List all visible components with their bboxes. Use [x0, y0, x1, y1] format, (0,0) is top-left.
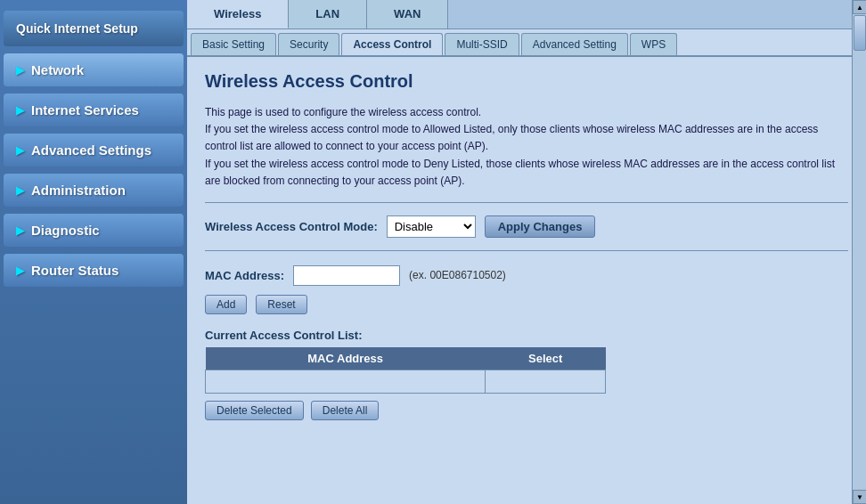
delete-all-button[interactable]: Delete All	[311, 401, 380, 420]
sidebar-item-label: Administration	[31, 183, 126, 198]
sidebar: Quick Internet Setup ▶ Network ▶ Interne…	[0, 0, 187, 504]
tab-wan[interactable]: WAN	[367, 0, 448, 28]
mac-hint: (ex. 00E086710502)	[409, 269, 506, 281]
scroll-down-arrow[interactable]: ▼	[853, 490, 866, 504]
control-mode-label: Wireless Access Control Mode:	[205, 220, 378, 233]
page-title: Wireless Access Control	[205, 71, 848, 92]
tab-advanced-setting[interactable]: Advanced Setting	[521, 33, 628, 55]
main-content: Wireless LAN WAN Basic Setting Security …	[187, 0, 866, 504]
reset-button[interactable]: Reset	[256, 295, 306, 314]
delete-selected-button[interactable]: Delete Selected	[205, 401, 304, 420]
sidebar-item-administration[interactable]: ▶ Administration	[4, 174, 184, 207]
divider-1	[205, 202, 848, 203]
tab-multi-ssid[interactable]: Multi-SSID	[445, 33, 519, 55]
tab-security[interactable]: Security	[278, 33, 339, 55]
sidebar-item-internet-services[interactable]: ▶ Internet Services	[4, 93, 184, 126]
arrow-icon: ▶	[16, 264, 24, 277]
divider-2	[205, 250, 848, 251]
table-empty-row	[206, 370, 606, 393]
control-mode-select[interactable]: Disable Allow Listed Deny Listed	[387, 215, 476, 238]
access-list-section: Current Access Control List: MAC Address…	[205, 329, 848, 420]
sidebar-item-quick-internet-setup[interactable]: Quick Internet Setup	[4, 11, 184, 46]
mac-address-label: MAC Address:	[205, 269, 284, 282]
sidebar-item-label: Router Status	[31, 263, 118, 278]
tab-wps[interactable]: WPS	[630, 33, 677, 55]
tab-access-control[interactable]: Access Control	[341, 33, 443, 55]
arrow-icon: ▶	[16, 184, 24, 197]
scrollbar-track[interactable]: ▲ ▼	[852, 0, 866, 504]
tab-wireless[interactable]: Wireless	[187, 0, 289, 28]
sidebar-item-label: Internet Services	[31, 102, 139, 118]
sidebar-item-label: Advanced Settings	[31, 142, 151, 158]
access-list-title: Current Access Control List:	[205, 329, 848, 342]
sidebar-item-label: Diagnostic	[31, 223, 100, 238]
apply-changes-button[interactable]: Apply Changes	[485, 215, 596, 238]
sidebar-item-advanced-settings[interactable]: ▶ Advanced Settings	[4, 134, 184, 167]
page-description: This page is used to configure the wirel…	[205, 104, 848, 190]
sub-tabs: Basic Setting Security Access Control Mu…	[187, 29, 866, 57]
mac-input-row: MAC Address: (ex. 00E086710502)	[205, 265, 848, 286]
arrow-icon: ▶	[16, 64, 24, 77]
sidebar-item-diagnostic[interactable]: ▶ Diagnostic	[4, 214, 184, 247]
table-header-mac: MAC Address	[206, 347, 486, 370]
tab-lan[interactable]: LAN	[289, 0, 367, 28]
mac-address-input[interactable]	[293, 265, 400, 286]
sidebar-item-network[interactable]: ▶ Network	[4, 53, 184, 86]
arrow-icon: ▶	[16, 224, 24, 237]
mac-section: MAC Address: (ex. 00E086710502) Add Rese…	[205, 265, 848, 314]
table-header-select: Select	[486, 347, 606, 370]
sidebar-item-router-status[interactable]: ▶ Router Status	[4, 254, 184, 287]
delete-buttons-row: Delete Selected Delete All	[205, 401, 848, 420]
control-mode-row: Wireless Access Control Mode: Disable Al…	[205, 215, 848, 238]
arrow-icon: ▶	[16, 104, 24, 117]
scrollbar-thumb[interactable]	[854, 15, 866, 51]
sidebar-item-label: Network	[31, 62, 84, 77]
add-button[interactable]: Add	[205, 295, 247, 314]
sidebar-item-label: Quick Internet Setup	[16, 21, 138, 36]
arrow-icon: ▶	[16, 144, 24, 157]
top-tabs: Wireless LAN WAN	[187, 0, 866, 29]
access-control-table: MAC Address Select	[205, 347, 606, 394]
mac-buttons-row: Add Reset	[205, 295, 848, 314]
content-panel: Wireless Access Control This page is use…	[187, 57, 866, 504]
tab-basic-setting[interactable]: Basic Setting	[191, 33, 276, 55]
scroll-up-arrow[interactable]: ▲	[853, 0, 866, 14]
